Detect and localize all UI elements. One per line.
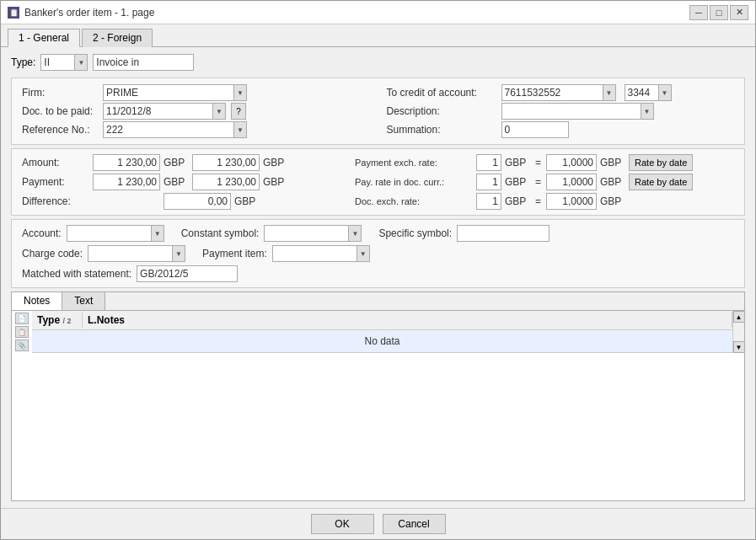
bottom-content: 📄 📋 📎 Type / 2 L.Notes [12,311,744,500]
side-icons: 📄 📋 📎 [12,311,32,353]
bottom-tab-text[interactable]: Text [62,292,105,310]
bottom-tab-notes[interactable]: Notes [12,292,62,310]
firm-dropdown-wrapper: PRIME ▼ [103,84,247,101]
to-credit-dropdown-btn[interactable]: ▼ [603,84,616,101]
reference-label: Reference No.: [22,124,98,136]
description-dropdown-wrapper: ▼ [501,103,654,120]
account-group: Account: ▼ [22,225,164,242]
account-dropdown-btn[interactable]: ▼ [151,225,164,242]
firm-dropdown-btn[interactable]: ▼ [233,84,247,101]
payment-label: Payment: [22,176,89,188]
rate1-val-input[interactable]: 1 [476,154,501,171]
payment-exch-rate-label: Payment exch. rate: [355,158,473,168]
constant-symbol-input[interactable] [264,225,348,242]
constant-dropdown-wrapper: ▼ [264,225,362,242]
side-icon-1[interactable]: 📄 [15,313,29,324]
scroll-down-btn[interactable]: ▼ [733,341,745,353]
type-desc-input[interactable]: Invoice in [93,54,194,71]
symbols-section: Account: ▼ Constant symbol: ▼ Specific s… [11,219,745,288]
account-dropdown-wrapper: ▼ [67,225,164,242]
payment-item-dropdown-btn[interactable]: ▼ [357,245,370,262]
charge-dropdown-wrapper: ▼ [88,245,185,262]
firm-row: Firm: PRIME ▼ [22,83,370,102]
ref-dropdown-wrapper: 222 ▼ [103,121,247,138]
to-credit-input[interactable]: 7611532552 [501,84,603,101]
charge-dropdown-btn[interactable]: ▼ [172,245,185,262]
type-dropdown-btn[interactable]: ▼ [74,54,88,71]
side-icon-3[interactable]: 📎 [15,340,29,351]
title-bar: 📋 Banker's order item - 1. page ─ □ ✕ [1,1,755,24]
rate3-result-input[interactable]: 1,0000 [546,193,597,210]
amount-label: Amount: [22,157,89,168]
table-body-row: 📄 📋 📎 Type / 2 L.Notes [12,311,744,353]
rate1-eq: = [533,157,543,168]
payment-input-2[interactable]: 1 230,00 [192,174,260,190]
charge-code-input[interactable] [88,245,172,262]
tab-foreign[interactable]: 2 - Foreign [82,29,153,47]
payment-input-1[interactable]: 1 230,00 [93,174,160,190]
pay-rate-doc-label: Pay. rate in doc. curr.: [355,177,473,187]
close-button[interactable]: ✕ [730,5,748,20]
ref-dropdown-btn[interactable]: ▼ [233,121,247,138]
to-credit-sub-dropdown-btn[interactable]: ▼ [658,84,672,101]
tab-general[interactable]: 1 - General [8,29,80,47]
table-with-scroll: Type / 2 L.Notes No data ▲ [32,311,744,353]
amount-cur-1: GBP [164,157,189,168]
description-dropdown-btn[interactable]: ▼ [641,103,654,120]
doc-exch-rate-row: Doc. exch. rate: 1 GBP = 1,0000 GBP [355,193,734,210]
rate3-val-input[interactable]: 1 [476,193,501,210]
cancel-button[interactable]: Cancel [383,514,446,534]
doc-to-be-paid-input[interactable]: 11/2012/8 [103,103,212,120]
tab-bar: 1 - General 2 - Foreign [1,24,755,47]
rate-by-date-btn-2[interactable]: Rate by date [629,174,693,190]
doc-question-btn[interactable]: ? [231,103,246,120]
firm-label: Firm: [22,87,98,99]
scroll-up-btn[interactable]: ▲ [733,311,745,323]
description-row: Description: ▼ [387,102,735,120]
difference-cur: GBP [234,195,260,207]
specific-symbol-input[interactable] [457,225,550,242]
payment-item-label: Payment item: [202,248,267,259]
table-main: Type / 2 L.Notes No data [32,311,732,353]
right-rates: Payment exch. rate: 1 GBP = 1,0000 GBP R… [355,154,734,210]
doc-dropdown-btn[interactable]: ▼ [212,103,226,120]
firm-input[interactable]: PRIME [103,84,233,101]
content-area: Type: II ▼ Invoice in Firm: PRIME ▼ [1,47,755,508]
payment-cur-1: GBP [164,176,189,188]
ok-button[interactable]: OK [311,514,374,534]
payment-item-input[interactable] [272,245,357,262]
maximize-button[interactable]: □ [710,5,728,20]
rate3-rescur: GBP [600,195,625,207]
symbols-row-2: Charge code: ▼ Payment item: ▼ [22,245,734,262]
reference-input[interactable]: 222 [103,121,233,138]
difference-input[interactable]: 0,00 [164,193,231,210]
rate-by-date-btn-1[interactable]: Rate by date [629,154,693,171]
amount-input-2[interactable]: 1 230,00 [192,154,260,171]
rate1-result-input[interactable]: 1,0000 [546,154,597,171]
amounts-rates-section: Amount: 1 230,00 GBP 1 230,00 GBP Paymen… [11,148,745,216]
minimize-button[interactable]: ─ [689,5,708,20]
rate3-cur: GBP [505,195,530,207]
top-form-section: Firm: PRIME ▼ Doc. to be paid: 11/2012/8… [11,78,745,145]
payment-item-group: Payment item: ▼ [202,245,370,262]
rate2-val-input[interactable]: 1 [476,174,501,190]
description-input[interactable] [501,103,641,120]
side-icon-2[interactable]: 📋 [15,326,29,338]
matched-input[interactable]: GB/2012/5 [137,265,238,282]
payment-exch-rate-row: Payment exch. rate: 1 GBP = 1,0000 GBP R… [355,154,734,171]
amount-cur-2: GBP [263,157,288,168]
symbols-row-1: Account: ▼ Constant symbol: ▼ Specific s… [22,225,734,242]
doc-to-be-paid-row: Doc. to be paid: 11/2012/8 ▼ ? [22,102,370,120]
account-input[interactable] [67,225,151,242]
to-credit-row: To credit of account: 7611532552 ▼ 3344 … [387,83,735,102]
to-credit-sub-input[interactable]: 3344 [625,84,658,101]
type-dropdown-wrapper: II ▼ [40,54,88,71]
amount-input-1[interactable]: 1 230,00 [93,154,160,171]
payment-row: Payment: 1 230,00 GBP 1 230,00 GBP [22,174,338,190]
type-input[interactable]: II [40,54,74,71]
rate2-result-input[interactable]: 1,0000 [546,174,597,190]
summation-row: Summation: 0 [387,120,735,139]
specific-symbol-group: Specific symbol: [378,225,550,242]
constant-dropdown-btn[interactable]: ▼ [348,225,362,242]
summation-input[interactable]: 0 [501,121,569,138]
